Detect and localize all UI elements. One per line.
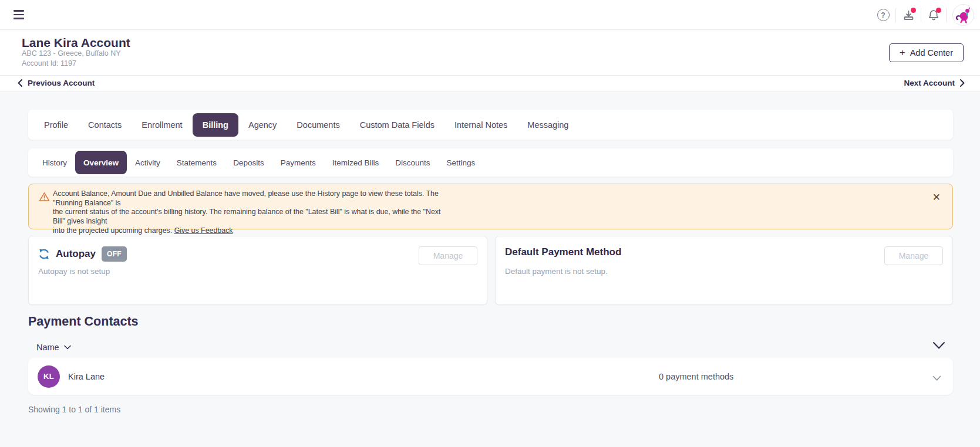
- contact-name: Kira Lane: [68, 372, 105, 381]
- subtab-overview[interactable]: Overview: [75, 151, 127, 174]
- question-icon: ?: [877, 9, 890, 21]
- download-alert-dot: [911, 8, 916, 13]
- menu-icon[interactable]: [14, 10, 24, 19]
- divider: [946, 8, 947, 22]
- top-bar: ?: [0, 0, 980, 30]
- account-id: Account Id: 1197: [22, 59, 76, 67]
- collapse-section-chevron[interactable]: [932, 341, 945, 352]
- tab-billing[interactable]: Billing: [193, 113, 238, 137]
- billing-moved-warning-banner: Account Balance, Amount Due and Unbilled…: [28, 184, 953, 229]
- chevron-right-icon: [960, 79, 965, 87]
- chevron-down-icon: [932, 375, 941, 381]
- subtab-activity[interactable]: Activity: [127, 151, 169, 174]
- tab-agency[interactable]: Agency: [238, 113, 287, 137]
- tab-contacts[interactable]: Contacts: [78, 113, 132, 137]
- chevron-down-icon: [932, 341, 945, 350]
- close-icon[interactable]: ✕: [930, 190, 943, 205]
- tab-documents[interactable]: Documents: [287, 113, 349, 137]
- subtab-statements[interactable]: Statements: [169, 151, 225, 174]
- sort-column-label: Name: [36, 343, 59, 352]
- add-center-label: Add Center: [910, 48, 953, 57]
- add-center-button[interactable]: + Add Center: [889, 43, 964, 62]
- notification-alert-dot: [936, 8, 941, 13]
- warning-triangle-icon: [39, 192, 50, 204]
- warning-line-1: Account Balance, Amount Due and Unbilled…: [53, 189, 452, 208]
- help-button[interactable]: ?: [871, 0, 895, 30]
- warning-line-2: the current status of the account's bill…: [53, 208, 452, 226]
- notifications-button[interactable]: [921, 0, 946, 30]
- autopay-title: Autopay: [56, 248, 96, 260]
- autopay-card: Autopay OFF Autopay is not setup Manage: [28, 236, 487, 305]
- account-pager: Previous Account Next Account: [0, 76, 980, 92]
- give-us-feedback-link[interactable]: Give us Feedback: [174, 226, 233, 235]
- subtab-deposits[interactable]: Deposits: [225, 151, 272, 174]
- billing-subtabs: History Overview Activity Statements Dep…: [28, 148, 953, 177]
- pagination-summary: Showing 1 to 1 of 1 items: [28, 405, 120, 414]
- sort-by-name-control[interactable]: Name: [36, 343, 71, 352]
- default-payment-manage-button[interactable]: Manage: [884, 246, 943, 265]
- autopay-manage-button[interactable]: Manage: [419, 246, 477, 265]
- tab-custom-data-fields[interactable]: Custom Data Fields: [350, 113, 444, 137]
- subtab-settings[interactable]: Settings: [439, 151, 484, 174]
- next-account-link[interactable]: Next Account: [904, 79, 965, 87]
- warning-line-3: into the projected upcoming charges. Giv…: [53, 226, 452, 236]
- default-payment-method-card: Default Payment Method Default payment i…: [495, 236, 953, 305]
- contact-avatar: KL: [38, 365, 60, 388]
- topbar-actions: ?: [871, 0, 974, 30]
- sync-arrows-icon: [38, 248, 50, 260]
- subtab-discounts[interactable]: Discounts: [387, 151, 438, 174]
- default-payment-title: Default Payment Method: [505, 246, 621, 258]
- expand-row-chevron[interactable]: [932, 373, 941, 384]
- tab-internal-notes[interactable]: Internal Notes: [444, 113, 517, 137]
- profile-avatar-kangaroo-logo[interactable]: [952, 4, 974, 26]
- downloads-button[interactable]: [896, 0, 921, 30]
- account-header: Lane Kira Account ABC 123 - Greece, Buff…: [0, 31, 980, 76]
- tab-enrollment[interactable]: Enrollment: [132, 113, 192, 137]
- page-title: Lane Kira Account: [22, 36, 130, 50]
- chevron-down-icon: [64, 345, 71, 350]
- default-payment-description: Default payment is not setup.: [505, 267, 608, 276]
- contact-payment-methods-count: 0 payment methods: [659, 372, 733, 381]
- previous-account-label: Previous Account: [28, 79, 95, 87]
- previous-account-link[interactable]: Previous Account: [18, 79, 95, 87]
- kangaroo-icon: [955, 6, 972, 24]
- subtab-payments[interactable]: Payments: [272, 151, 324, 174]
- next-account-label: Next Account: [904, 79, 955, 87]
- account-address: ABC 123 - Greece, Buffalo NY: [22, 49, 121, 57]
- chevron-left-icon: [18, 79, 22, 87]
- account-section-tabs: Profile Contacts Enrollment Billing Agen…: [28, 110, 953, 140]
- tab-messaging[interactable]: Messaging: [517, 113, 578, 137]
- warning-message: Account Balance, Amount Due and Unbilled…: [53, 189, 452, 236]
- payment-contact-row[interactable]: KL Kira Lane 0 payment methods: [28, 358, 953, 395]
- plus-icon: +: [900, 47, 905, 59]
- payment-contacts-heading: Payment Contacts: [28, 314, 139, 329]
- autopay-status-badge: OFF: [102, 246, 127, 262]
- subtab-itemized-bills[interactable]: Itemized Bills: [324, 151, 388, 174]
- subtab-history[interactable]: History: [34, 151, 75, 174]
- tab-profile[interactable]: Profile: [34, 113, 78, 137]
- autopay-description: Autopay is not setup: [38, 267, 110, 276]
